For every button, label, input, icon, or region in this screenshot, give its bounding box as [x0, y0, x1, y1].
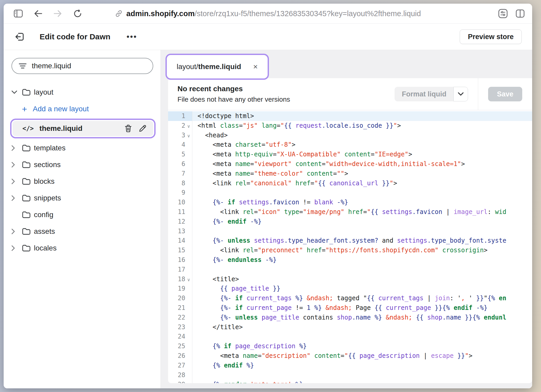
code-content[interactable]: <title> — [192, 274, 532, 284]
code-line-27[interactable]: 27 {% endif %} — [168, 361, 532, 370]
code-content[interactable]: <meta name="viewport" content="width=dev… — [192, 159, 532, 169]
code-content[interactable]: <html class="js" lang="{{ request.locale… — [192, 121, 532, 131]
code-line-12[interactable]: 12 {%- endif -%} — [168, 217, 532, 226]
code-content[interactable]: {%- if settings.favicon != blank -%} — [192, 198, 532, 207]
fold-spacer — [185, 211, 192, 213]
chevron-right-icon[interactable] — [11, 145, 22, 151]
code-line-9[interactable]: 9 — [168, 188, 532, 198]
page-settings-icon[interactable] — [498, 9, 508, 18]
code-content[interactable]: {% endif %} — [192, 361, 532, 370]
exit-editor-icon[interactable] — [14, 31, 25, 42]
sidebar-item-locales[interactable]: locales — [11, 240, 153, 256]
tab-theme-liquid[interactable]: layout/theme.liquid × — [169, 58, 265, 76]
chevron-down-icon[interactable] — [11, 90, 22, 94]
sidebar-item-assets[interactable]: assets — [11, 223, 153, 240]
code-line-6[interactable]: 6 <meta name="viewport" content="width=d… — [168, 159, 532, 169]
code-line-10[interactable]: 10 {%- if settings.favicon != blank -%} — [168, 198, 532, 207]
code-content[interactable]: {% if page_description %} — [192, 341, 532, 351]
code-line-24[interactable]: 24 — [168, 332, 532, 341]
code-content[interactable]: {%- endunless -%} — [192, 255, 532, 265]
code-line-21[interactable]: 21 {%- if current_page != 1 %} &ndash; P… — [168, 303, 532, 313]
sidebar-item-blocks[interactable]: blocks — [11, 173, 153, 190]
fold-chevron-icon[interactable]: ∨ — [185, 274, 192, 285]
close-tab-icon[interactable]: × — [253, 63, 258, 71]
code-line-22[interactable]: 22 {%- unless page_title contains shop.n… — [168, 313, 532, 322]
format-liquid-button[interactable]: Format liquid — [395, 87, 454, 101]
code-content[interactable] — [192, 265, 532, 274]
code-line-19[interactable]: 19 {{ page_title }} — [168, 284, 532, 293]
code-line-28[interactable]: 28 — [168, 370, 532, 380]
code-line-15[interactable]: 15 <link rel="preconnect" href="https://… — [168, 246, 532, 255]
sidebar-item-sections[interactable]: sections — [11, 156, 153, 173]
code-content[interactable]: <meta name="theme-color" content=""> — [192, 169, 532, 179]
code-content[interactable]: {%- if current_tags %} &ndash; tagged "{… — [192, 293, 532, 303]
sidebar-toggle-icon[interactable] — [14, 9, 23, 18]
reload-icon[interactable] — [73, 9, 82, 18]
code-line-23[interactable]: 23 </title> — [168, 322, 532, 332]
code-line-16[interactable]: 16 {%- endunless -%} — [168, 255, 532, 265]
more-actions-button[interactable]: ••• — [127, 32, 137, 41]
code-content[interactable]: <link rel="canonical" href="{{ canonical… — [192, 179, 532, 188]
code-line-25[interactable]: 25 {% if page_description %} — [168, 341, 532, 351]
gutter-line-15: 15 — [168, 246, 192, 255]
code-content[interactable] — [192, 370, 532, 380]
sidebar-item-templates[interactable]: templates — [11, 140, 153, 156]
code-content[interactable]: {%- unless settings.type_header_font.sys… — [192, 236, 532, 246]
split-view-icon[interactable] — [515, 9, 525, 18]
save-button[interactable]: Save — [488, 87, 522, 101]
code-line-11[interactable]: 11 <link rel="icon" type="image/png" hre… — [168, 207, 532, 217]
code-editor[interactable]: 1<!doctype html>2∨<html class="js" lang=… — [168, 110, 532, 383]
chevron-right-icon[interactable] — [11, 162, 22, 168]
code-content[interactable]: <link rel="preconnect" href="https://fon… — [192, 246, 532, 255]
code-line-8[interactable]: 8 <link rel="canonical" href="{{ canonic… — [168, 179, 532, 188]
code-line-17[interactable]: 17 — [168, 265, 532, 274]
back-icon[interactable] — [33, 9, 43, 18]
sidebar-item-config[interactable]: config — [11, 206, 153, 223]
code-line-14[interactable]: 14 {%- unless settings.type_header_font.… — [168, 236, 532, 246]
code-line-26[interactable]: 26 <meta name="description" content="{{ … — [168, 351, 532, 361]
chevron-right-icon[interactable] — [11, 179, 22, 184]
chevron-right-icon[interactable] — [11, 245, 22, 251]
format-liquid-dropdown[interactable] — [453, 87, 468, 101]
code-line-29[interactable]: 29 {% render 'meta-tags' %} — [168, 380, 532, 383]
code-content[interactable] — [192, 332, 532, 341]
add-layout-button[interactable]: +Add a new layout — [11, 101, 153, 117]
code-content[interactable]: {%- endif -%} — [192, 217, 532, 226]
code-line-5[interactable]: 5 <meta http-equiv="X-UA-Compatible" con… — [168, 150, 532, 159]
code-content[interactable]: </title> — [192, 322, 532, 332]
code-content[interactable]: {%- unless page_title contains shop.name… — [192, 313, 532, 322]
code-line-4[interactable]: 4 <meta charset="utf-8"> — [168, 140, 532, 150]
code-content[interactable]: <head> — [192, 131, 532, 140]
fold-chevron-icon[interactable]: ∨ — [185, 130, 192, 141]
sidebar-item-layout[interactable]: layout — [11, 84, 153, 101]
file-search-input[interactable]: theme.liquid — [11, 58, 153, 74]
code-line-13[interactable]: 13 — [168, 226, 532, 236]
code-content[interactable]: <!doctype html> — [192, 111, 532, 121]
pencil-icon[interactable] — [139, 125, 146, 132]
forward-icon[interactable] — [53, 9, 63, 18]
chevron-right-icon[interactable] — [11, 195, 22, 201]
code-content[interactable]: <meta http-equiv="X-UA-Compatible" conte… — [192, 150, 532, 159]
code-line-18[interactable]: 18∨ <title> — [168, 274, 532, 284]
address-bar[interactable]: admin.shopify.com/store/rzq1xu-f5/themes… — [115, 4, 421, 23]
code-content[interactable]: {%- if current_page != 1 %} &ndash; Page… — [192, 303, 532, 313]
code-content[interactable]: {% render 'meta-tags' %} — [192, 380, 532, 383]
code-content[interactable]: <meta name="description" content="{{ pag… — [192, 351, 532, 361]
chevron-right-icon[interactable] — [11, 229, 22, 234]
preview-store-button[interactable]: Preview store — [460, 29, 522, 44]
sidebar-item-theme-liquid[interactable]: </>theme.liquid — [13, 121, 153, 136]
code-content[interactable] — [192, 226, 532, 236]
code-content[interactable]: {{ page_title }} — [192, 284, 532, 293]
code-content[interactable] — [192, 188, 532, 198]
gutter-line-10: 10 — [168, 198, 192, 207]
trash-icon[interactable] — [125, 125, 132, 132]
fold-spacer — [185, 115, 192, 117]
code-content[interactable]: <meta charset="utf-8"> — [192, 140, 532, 150]
code-line-20[interactable]: 20 {%- if current_tags %} &ndash; tagged… — [168, 293, 532, 303]
sidebar-item-snippets[interactable]: snippets — [11, 190, 153, 206]
code-line-1[interactable]: 1<!doctype html> — [168, 111, 532, 121]
code-content[interactable]: <link rel="icon" type="image/png" href="… — [192, 207, 532, 217]
code-line-3[interactable]: 3∨ <head> — [168, 131, 532, 140]
code-line-2[interactable]: 2∨<html class="js" lang="{{ request.loca… — [168, 121, 532, 131]
code-line-7[interactable]: 7 <meta name="theme-color" content=""> — [168, 169, 532, 179]
